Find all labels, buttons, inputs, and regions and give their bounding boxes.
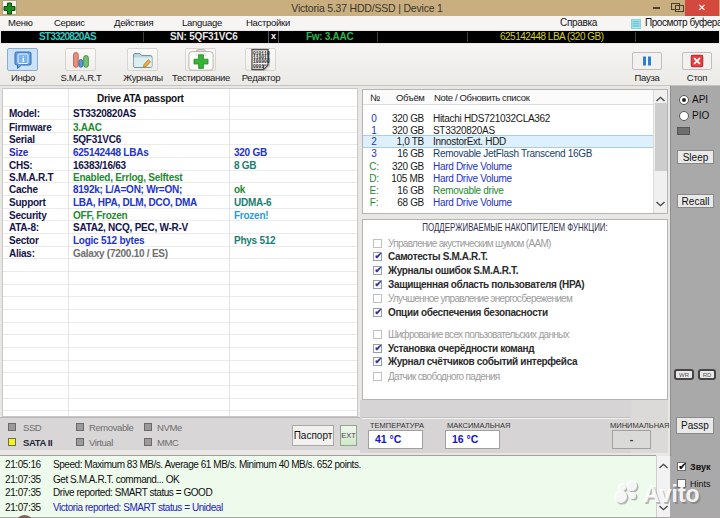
svg-text:0001: 0001 — [253, 63, 264, 68]
svg-text:Avito: Avito — [643, 481, 700, 507]
